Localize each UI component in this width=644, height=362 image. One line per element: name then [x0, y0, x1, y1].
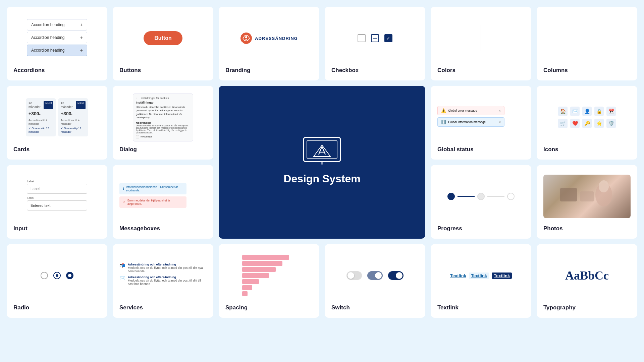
indeterminate-icon [373, 36, 377, 41]
accordions-title: Accordions [13, 67, 101, 74]
card-dialog[interactable]: ← Inställningar för cookies Inställninga… [113, 86, 213, 160]
radio-title: Radio [13, 304, 101, 311]
icon-house: 🏠 [558, 107, 568, 116]
dialog-title: Dialog [119, 146, 207, 153]
accordion-item-2: Accordion heading + [27, 32, 87, 43]
mini-card-1: 12 månader select +300kr Accordions till… [26, 98, 56, 137]
info-icon-2: ℹ [123, 187, 124, 190]
card-cards[interactable]: 12 månader select +300kr Accordions till… [7, 86, 107, 160]
textlink-hover[interactable]: Textlink [469, 273, 489, 279]
colors-preview [437, 13, 525, 63]
icon-star: ⭐ [594, 119, 604, 128]
textlink-active[interactable]: Textlink [492, 273, 512, 279]
card-columns[interactable]: Columns [537, 7, 637, 80]
warning-icon: ⚠️ [441, 108, 446, 113]
progress-line-1 [458, 196, 475, 197]
check-icon: ✓ [399, 274, 401, 278]
card-input[interactable]: Label Label Input [7, 165, 107, 239]
dialog-box: ← Inställningar för cookies Inställninga… [133, 94, 193, 141]
card-messageboxes[interactable]: ℹ Informationsmeddelande. Hjälpsamhet är… [113, 165, 213, 239]
service-item-1: 📬 Adressändring och eftersändning Meddel… [119, 263, 207, 273]
info-icon: ℹ️ [441, 120, 446, 124]
progress-step-3-dot [507, 193, 515, 200]
card-icons[interactable]: 🏠 ✉️ 👤 🔒 📅 🛒 ❤️ 🔑 ⭐ 🛡️ Icons [537, 86, 637, 160]
component-grid: Accordion heading + Accordion heading + … [7, 7, 637, 318]
icon-heart: ❤️ [570, 119, 580, 128]
card-radio[interactable]: Radio [7, 244, 107, 318]
switch-knob-mid [375, 272, 382, 279]
progress-step-2-dot [477, 193, 485, 200]
switch-off[interactable] [346, 271, 362, 280]
card-textlink[interactable]: Textlink Textlink Textlink Textlink [431, 244, 531, 318]
dialog-preview: ← Inställningar för cookies Inställninga… [119, 93, 207, 142]
switch-mid[interactable] [367, 271, 383, 280]
svg-rect-7 [560, 188, 577, 201]
cards-preview: 12 månader select +300kr Accordions till… [13, 93, 101, 142]
checkbox-checked[interactable]: ✓ [384, 34, 392, 42]
card-branding[interactable]: ▶ ADRESSÄNDRING Branding [219, 7, 319, 80]
card-accordions[interactable]: Accordion heading + Accordion heading + … [7, 7, 107, 80]
card-progress[interactable]: Progress [431, 165, 531, 239]
color-bar-white [481, 25, 481, 52]
card-switch[interactable]: ✓ Switch [325, 244, 425, 318]
icons-grid: 🏠 ✉️ 👤 🔒 📅 🛒 ❤️ 🔑 ⭐ 🛡️ [558, 107, 616, 128]
design-system-preview: Design System [283, 93, 360, 228]
typography-title: Typography [543, 304, 631, 311]
textlink-title: Textlink [437, 304, 525, 311]
card-design-system[interactable]: Design System [219, 86, 425, 239]
cards-title: Cards [13, 146, 101, 153]
close-info-icon[interactable]: × [499, 120, 501, 124]
spacing-preview [225, 251, 313, 300]
card-photos[interactable]: Photos [537, 165, 637, 239]
switch-title: Switch [331, 304, 419, 311]
close-error-icon[interactable]: × [499, 109, 501, 113]
spacing-bar-5 [242, 279, 259, 284]
card-colors[interactable]: Colors [431, 7, 531, 80]
progress-line-2 [487, 196, 504, 197]
sample-input-filled[interactable] [27, 200, 87, 210]
sample-button[interactable]: Button [144, 31, 182, 45]
global-status-title: Global status [437, 146, 525, 153]
radio-empty[interactable] [41, 272, 48, 279]
msgbox-info: ℹ Informationsmeddelande. Hjälpsamhet är… [119, 183, 186, 194]
checkbox-indeterminate[interactable] [371, 34, 379, 42]
photos-title: Photos [543, 225, 631, 232]
radio-indeterminate[interactable] [53, 272, 61, 279]
services-preview: 📬 Adressändring och eftersändning Meddel… [119, 251, 207, 300]
spacing-bar-4 [242, 273, 269, 278]
error-message: ⚠️ Global error message × [437, 106, 504, 115]
brand-svg-icon: ▶ [240, 32, 252, 44]
card-services[interactable]: 📬 Adressändring och eftersändning Meddel… [113, 244, 213, 318]
buttons-title: Buttons [119, 67, 207, 74]
mini-cards: 12 månader select +300kr Accordions till… [26, 98, 88, 137]
radio-filled[interactable] [66, 272, 73, 279]
icon-cart: 🛒 [558, 119, 568, 128]
icon-calendar: 📅 [606, 107, 616, 116]
design-system-title: Design System [283, 173, 360, 185]
photo-illustration [543, 175, 631, 218]
card-checkbox[interactable]: ✓ Checkbox [325, 7, 425, 80]
input-title: Input [13, 225, 101, 232]
buttons-preview: Button [119, 13, 207, 63]
card-buttons[interactable]: Button Buttons [113, 7, 213, 80]
progress-title: Progress [437, 225, 525, 232]
typography-sample: AaBbCc [565, 268, 609, 283]
card-global-status[interactable]: ⚠️ Global error message × ℹ️ Global info… [431, 86, 531, 160]
icon-key: 🔑 [582, 119, 592, 128]
card-typography[interactable]: AaBbCc Typography [537, 244, 637, 318]
textlink-default[interactable]: Textlink [450, 273, 466, 278]
accordions-preview: Accordion heading + Accordion heading + … [13, 13, 101, 63]
spacing-bar-6 [242, 285, 252, 290]
spacing-bar-2 [242, 261, 282, 266]
checkbox-empty[interactable] [358, 34, 366, 42]
spacing-title: Spacing [225, 304, 313, 311]
info-message: ℹ️ Global information message × [437, 117, 504, 127]
columns-title: Columns [543, 67, 631, 74]
accordion-item-3: Accordion heading + [27, 45, 87, 56]
card-spacing[interactable]: Spacing [219, 244, 319, 318]
spacing-bars-group [242, 255, 296, 296]
sample-input-empty[interactable] [27, 184, 87, 194]
messageboxes-preview: ℹ Informationsmeddelande. Hjälpsamhet är… [119, 172, 207, 221]
switch-on[interactable]: ✓ [388, 271, 404, 280]
spacing-bar-3 [242, 267, 276, 272]
